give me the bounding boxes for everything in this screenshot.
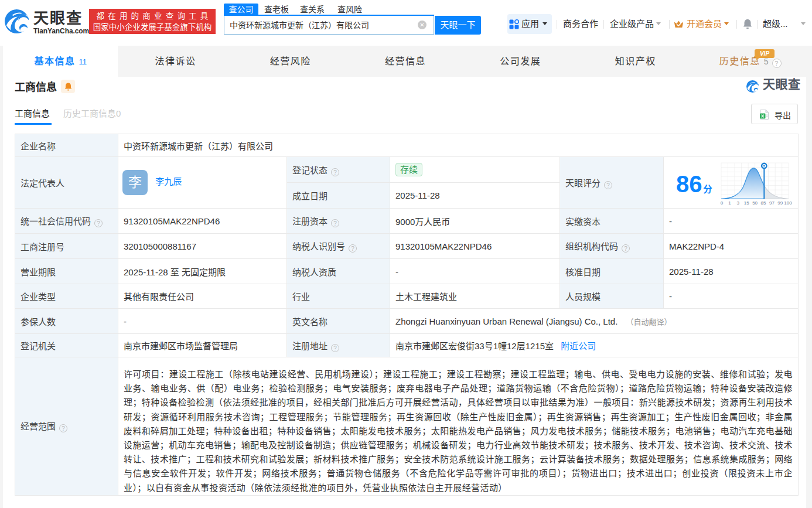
svg-text:50: 50 <box>752 200 758 206</box>
svg-text:85: 85 <box>761 200 766 206</box>
svg-text:3: 3 <box>737 200 740 206</box>
svg-text:100: 100 <box>784 200 792 206</box>
svg-text:0: 0 <box>721 200 724 206</box>
svg-text:1: 1 <box>728 200 731 206</box>
svg-text:99: 99 <box>777 200 783 206</box>
svg-text:15: 15 <box>744 200 749 206</box>
svg-text:97: 97 <box>769 200 775 206</box>
